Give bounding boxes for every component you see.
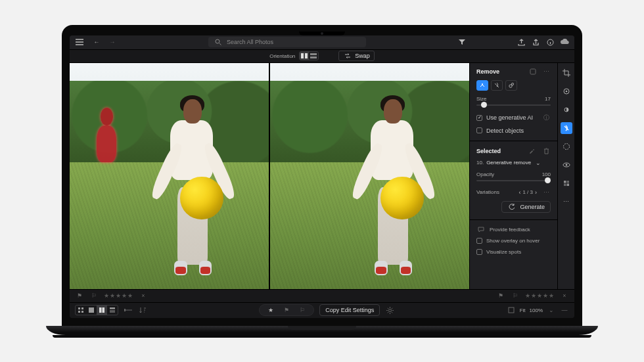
selected-heading: Selected (476, 148, 501, 154)
close-icon[interactable]: × (560, 292, 569, 299)
compare-canvas (70, 63, 469, 289)
reject-icon[interactable]: ⚐ (298, 307, 307, 313)
trash-icon[interactable] (541, 148, 551, 154)
thumbnail-size-icon[interactable] (124, 307, 133, 313)
yellow-ball (380, 177, 423, 219)
svg-point-7 (482, 83, 483, 85)
svg-point-0 (216, 39, 219, 43)
rating-stars-before[interactable]: ★★★★★ (104, 292, 133, 299)
nav-forward-icon[interactable]: → (108, 39, 117, 45)
svg-rect-22 (78, 311, 80, 313)
flag-icon[interactable]: ⚑ (75, 292, 84, 299)
before-pane[interactable] (70, 63, 269, 289)
search-icon (214, 39, 223, 45)
yellow-ball (180, 177, 223, 219)
split-horizontal-icon[interactable] (309, 52, 318, 60)
opacity-label: Opacity (476, 171, 494, 177)
menu-icon[interactable] (75, 39, 84, 45)
size-label: Size (476, 96, 487, 102)
split-vertical-icon[interactable] (300, 52, 309, 60)
bottom-toolbar: ★ ⚑ ⚐ Copy Edit Settings Fit 100% ⌄ — (70, 302, 574, 318)
chevron-down-icon[interactable]: ⌄ (547, 307, 556, 313)
gear-icon[interactable] (385, 307, 394, 314)
visualize-spots-checkbox[interactable]: Visualize spots (476, 249, 551, 255)
panel-more-icon[interactable]: ⋯ (541, 68, 551, 75)
tool-masking[interactable] (561, 141, 572, 152)
tool-heal[interactable] (561, 122, 572, 134)
quick-actions-pill: ★ ⚑ ⚐ (259, 304, 314, 316)
orientation-toggle[interactable] (299, 51, 319, 60)
chevron-right-icon[interactable]: › (535, 189, 537, 196)
tool-light[interactable] (561, 104, 572, 116)
cloud-icon[interactable] (560, 39, 569, 45)
zoom-control[interactable]: Fit 100% ⌄ — (507, 307, 569, 313)
chevron-left-icon[interactable]: ‹ (518, 189, 520, 196)
opacity-slider[interactable] (476, 177, 551, 184)
view-single-icon[interactable] (86, 305, 97, 315)
svg-rect-5 (310, 57, 317, 58)
nav-back-icon[interactable]: ← (92, 39, 101, 45)
selected-item[interactable]: 10. Generative remove ⌄ (476, 160, 551, 166)
svg-rect-23 (81, 311, 83, 313)
tool-auto[interactable] (561, 85, 572, 97)
tool-crop[interactable] (561, 67, 572, 79)
reject-icon[interactable]: ⚐ (89, 292, 99, 299)
swap-button[interactable]: Swap (338, 51, 375, 61)
app-window: ← → Search All Photos Orienta (70, 35, 574, 318)
tool-more[interactable]: ⋯ (561, 196, 572, 208)
flag-icon[interactable]: ⚑ (282, 307, 291, 313)
show-overlay-checkbox[interactable]: Show overlay on hover (476, 238, 551, 244)
info-icon[interactable] (545, 39, 555, 46)
refresh-icon (507, 204, 517, 210)
star-icon[interactable]: ★ (266, 307, 275, 313)
info-icon[interactable]: ⓘ (541, 114, 551, 122)
feedback-link[interactable]: Provide feedback (476, 227, 551, 233)
view-detail-icon[interactable] (107, 305, 118, 315)
main-area: Remove ⋯ Size17 (70, 63, 574, 289)
close-icon[interactable]: × (139, 292, 148, 299)
svg-rect-18 (564, 183, 566, 186)
svg-rect-25 (99, 307, 102, 313)
filter-icon[interactable] (457, 39, 467, 45)
eyedropper-icon[interactable] (527, 148, 536, 154)
edit-panel: Remove ⋯ Size17 (469, 63, 574, 289)
camera-dot (321, 32, 323, 35)
fit-icon[interactable] (507, 307, 516, 313)
svg-rect-2 (301, 53, 304, 58)
view-grid-icon[interactable] (76, 305, 86, 315)
heal-mode-heal[interactable] (491, 80, 503, 91)
flag-icon[interactable]: ⚑ (496, 292, 505, 299)
svg-rect-3 (305, 53, 308, 58)
rating-stars-after[interactable]: ★★★★★ (525, 292, 555, 299)
svg-rect-6 (530, 69, 536, 74)
variations-pager[interactable]: ‹ 1 / 3 › ⋯ (518, 189, 551, 196)
heal-mode-generative[interactable] (476, 80, 488, 91)
view-layout-toggle[interactable] (75, 305, 118, 315)
size-value: 17 (545, 96, 551, 102)
more-icon[interactable]: ⋯ (541, 189, 551, 196)
sort-icon[interactable] (138, 307, 147, 313)
reject-icon[interactable]: ⚐ (511, 292, 520, 299)
share-icon[interactable] (531, 39, 540, 46)
heal-mode-clone[interactable] (505, 80, 517, 91)
svg-rect-28 (110, 310, 115, 313)
upload-icon[interactable] (517, 39, 526, 46)
search-input[interactable]: Search All Photos (208, 37, 366, 47)
svg-rect-20 (78, 307, 80, 309)
svg-rect-31 (509, 307, 514, 313)
search-placeholder: Search All Photos (227, 39, 273, 45)
heal-mode-picker (476, 80, 551, 91)
after-pane[interactable] (270, 63, 469, 289)
copy-edit-settings-button[interactable]: Copy Edit Settings (319, 304, 380, 316)
tool-presets[interactable] (561, 177, 572, 189)
comment-icon (476, 227, 486, 233)
size-slider[interactable] (476, 102, 551, 108)
svg-rect-17 (566, 181, 569, 183)
use-gen-ai-checkbox[interactable]: Use generative AI ⓘ (476, 114, 551, 122)
tool-redeye[interactable] (561, 159, 572, 171)
generate-button[interactable]: Generate (501, 201, 551, 213)
detect-objects-checkbox[interactable]: Detect objects (476, 127, 551, 134)
view-compare-icon[interactable] (97, 305, 107, 315)
slider-icon[interactable]: — (560, 307, 569, 313)
panel-reset-icon[interactable] (528, 68, 538, 75)
